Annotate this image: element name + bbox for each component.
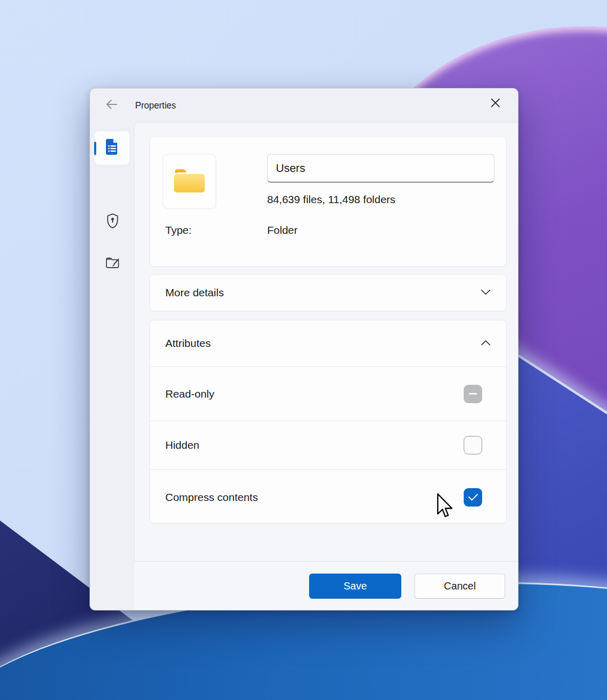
attributes-expander[interactable]: Attributes [150,320,506,366]
cancel-button[interactable]: Cancel [415,574,505,599]
compress-checkbox[interactable] [464,488,482,507]
dialog-title: Properties [135,100,176,111]
type-label: Type: [165,224,191,236]
more-details-expander[interactable]: More details [149,274,507,311]
back-button[interactable] [103,97,120,114]
sidebar-item-security[interactable] [101,210,124,234]
shield-icon [105,213,120,231]
title-bar: Properties [90,89,518,122]
close-button[interactable] [487,96,504,112]
save-button[interactable]: Save [309,574,401,599]
back-arrow-icon [104,97,119,114]
chevron-up-icon [481,339,491,348]
checkbox-checked-icon [464,488,482,507]
selected-indicator [94,142,96,155]
document-icon [105,139,119,157]
hidden-checkbox[interactable] [464,436,482,454]
more-details-label: More details [165,287,224,299]
folder-edit-icon [104,255,121,272]
properties-dialog: Properties [90,88,518,610]
contents-summary: 84,639 files, 11,498 folders [267,193,396,206]
compress-label: Compress contents [165,491,258,504]
type-value: Folder [267,224,298,236]
close-icon [489,97,502,111]
attributes-label: Attributes [165,337,211,349]
checkbox-unchecked-icon [464,436,482,454]
sidebar [90,122,134,610]
folder-name-input[interactable] [267,154,494,183]
general-info-card: 84,639 files, 11,498 folders Type: Folde… [149,137,507,267]
folder-icon [172,166,207,197]
mouse-cursor [436,493,454,521]
attribute-row-hidden: Hidden [150,421,506,469]
hidden-label: Hidden [165,439,200,451]
content-panel: 84,639 files, 11,498 folders Type: Folde… [134,122,518,561]
sidebar-item-customize[interactable] [101,252,124,275]
checkbox-indeterminate-icon [464,385,482,403]
attribute-row-read-only: Read-only [150,366,506,421]
read-only-label: Read-only [165,388,214,400]
chevron-down-icon [481,288,491,297]
footer-bar: Save Cancel [134,561,518,610]
folder-thumbnail [163,154,216,209]
sidebar-item-details[interactable] [94,130,130,165]
read-only-checkbox[interactable] [464,385,482,403]
